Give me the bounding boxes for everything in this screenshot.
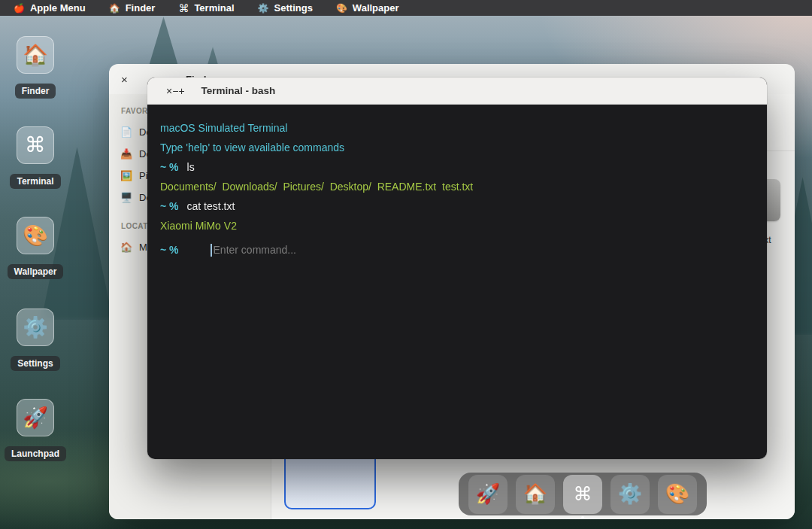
menu-item-finder[interactable]: 🏠Finder	[109, 0, 156, 16]
desktop-icon-tile: ⌘	[17, 126, 54, 164]
command-icon: ⌘	[25, 135, 46, 156]
finder-close-button[interactable]: ×	[121, 73, 135, 86]
menu-item-terminal[interactable]: ⌘Terminal	[178, 0, 234, 16]
terminal-window: ×−+ Terminal - bash macOS Simulated Term…	[147, 78, 767, 459]
menu-item-label: Settings	[274, 0, 313, 16]
terminal-text: Xiaomi MiMo V2	[160, 220, 237, 232]
terminal-line: Documents/ Downloads/ Pictures/ Desktop/…	[160, 177, 754, 196]
dock-item-terminal[interactable]: ⌘	[563, 475, 602, 514]
command-icon: ⌘	[574, 483, 592, 505]
desktop-icon-label: Terminal	[10, 174, 60, 189]
terminal-text: macOS Simulated Terminal	[160, 122, 287, 134]
dock-item-settings[interactable]: ⚙️	[611, 475, 650, 514]
terminal-text: Documents/ Downloads/ Pictures/ Desktop/…	[160, 181, 473, 193]
terminal-prompt: ~ %	[160, 200, 179, 212]
desktop-icon-tile: 🚀	[17, 399, 54, 436]
dock-item-launchpad[interactable]: 🚀	[468, 475, 508, 514]
desktop-icon-wallpaper[interactable]: 🎨Wallpaper	[17, 217, 54, 279]
menu-item-label: Finder	[126, 0, 156, 16]
house-icon: 🏠	[23, 45, 48, 65]
terminal-command-text: ls	[187, 161, 195, 173]
desktop-computer-icon: 🖥️	[120, 192, 133, 203]
terminal-titlebar: ×−+ Terminal - bash	[147, 78, 767, 105]
gear-icon: ⚙️	[618, 482, 642, 506]
terminal-line: ~ %cat test.txt	[160, 196, 754, 216]
desktop-icon-tile: ⚙️	[17, 309, 54, 346]
desktop-icon-label: Finder	[15, 84, 56, 99]
house-icon: 🏠	[109, 4, 120, 13]
terminal-input-placeholder: Enter command...	[214, 244, 297, 256]
dock-item-finder[interactable]: 🏠	[516, 475, 555, 514]
gear-icon: ⚙️	[23, 318, 48, 338]
menu-item-wallpaper[interactable]: 🎨Wallpaper	[336, 0, 399, 16]
terminal-window-title: Terminal - bash	[201, 85, 276, 96]
terminal-line: Xiaomi MiMo V2	[160, 216, 754, 236]
terminal-input-line[interactable]: ~ %Enter command...	[160, 240, 754, 260]
palette-icon: 🎨	[665, 482, 689, 506]
menu-item-label: Terminal	[194, 0, 234, 16]
menu-item-settings[interactable]: ⚙️Settings	[258, 0, 313, 16]
terminal-prompt: ~ %	[160, 161, 179, 173]
dock: 🚀🏠⌘⚙️🎨	[459, 473, 707, 515]
desktop-icon-finder[interactable]: 🏠Finder	[17, 36, 54, 99]
desktop-icon-tile: 🎨	[17, 217, 54, 254]
terminal-command-text: cat test.txt	[187, 200, 235, 212]
terminal-line: macOS Simulated Terminal	[160, 118, 754, 138]
dock-item-wallpaper[interactable]: 🎨	[658, 475, 697, 514]
desktop-icon-settings[interactable]: ⚙️Settings	[17, 309, 54, 371]
terminal-line: Type 'help' to view available commands	[160, 138, 754, 157]
active-app-dot	[581, 516, 584, 519]
document-icon: 📄	[120, 126, 133, 138]
close-button[interactable]: ×	[166, 85, 172, 97]
apple-icon: 🍎	[14, 4, 25, 13]
desktop-icon-label: Launchpad	[5, 446, 66, 461]
menu-bar: 🍎Apple Menu🏠Finder⌘Terminal⚙️Settings🎨Wa…	[0, 0, 812, 16]
house-icon: 🏠	[523, 482, 547, 506]
terminal-line: ~ %ls	[160, 157, 754, 177]
terminal-prompt: ~ %	[160, 244, 179, 256]
text-cursor	[211, 244, 212, 257]
picture-icon: 🖼️	[120, 170, 133, 181]
palette-icon: 🎨	[23, 226, 48, 246]
desktop-icon-label: Wallpaper	[8, 264, 64, 279]
house-icon: 🏠	[120, 242, 133, 253]
command-icon: ⌘	[178, 3, 189, 14]
menu-item-label: Apple Menu	[30, 0, 86, 16]
rocket-icon: 🚀	[23, 408, 48, 428]
desktop-icon-tile: 🏠	[17, 36, 54, 74]
desktop-icon-terminal[interactable]: ⌘Terminal	[17, 126, 54, 189]
downloads-tray-icon: 📥	[120, 148, 133, 160]
desktop-icon-launchpad[interactable]: 🚀Launchpad	[17, 399, 54, 461]
menu-item-label: Wallpaper	[353, 0, 399, 16]
desktop-icon-label: Settings	[11, 356, 59, 371]
rocket-icon: 🚀	[476, 482, 500, 506]
terminal-text: Type 'help' to view available commands	[160, 141, 344, 154]
zoom-button[interactable]: +	[178, 85, 184, 97]
menu-item-apple-menu[interactable]: 🍎Apple Menu	[14, 0, 86, 16]
terminal-output-area: macOS Simulated TerminalType 'help' to v…	[147, 105, 767, 273]
palette-icon: 🎨	[336, 4, 347, 13]
gear-icon: ⚙️	[258, 4, 269, 13]
